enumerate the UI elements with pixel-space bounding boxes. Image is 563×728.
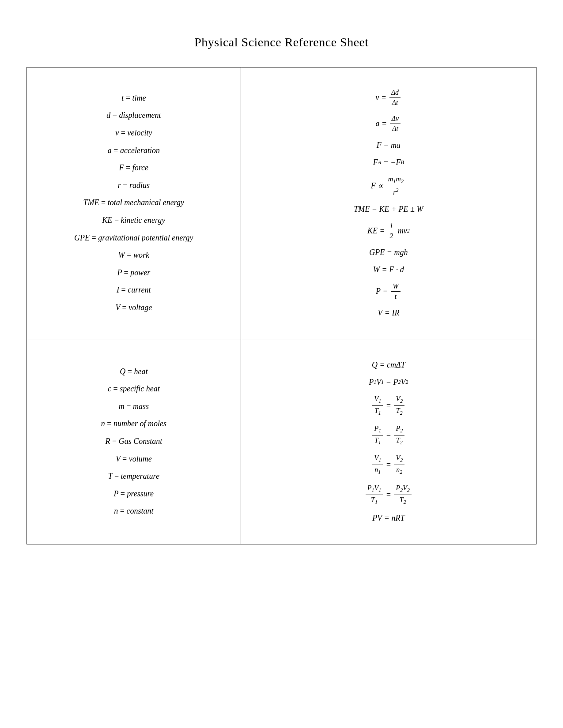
fraction-avog-right: V2 n2 [394,454,404,476]
formula-ohm: V = IR [250,308,527,318]
fraction-velocity: Δd Δt [389,89,401,107]
reference-table: t = time d = displacement v = velocity a… [26,67,537,544]
var-t: t = time [36,90,232,107]
var-f: F = force [36,159,232,177]
section2-row: Q = heat c = specific heat m = mass n = … [27,339,537,544]
formula-tme: TME = KE + PE ± W [250,205,527,214]
var-vol: V = volume [36,450,232,468]
fraction-charles-left: V1 T1 [372,395,383,417]
formula-charles: V1 T1 = V2 T2 [250,395,527,417]
formula-ke: KE = 1 2 mv2 [250,222,527,240]
fraction-gravity: m1m2 r2 [386,175,405,197]
var-gpe: GPE = gravitational potential energy [36,229,232,247]
var-w: W = work [36,247,232,264]
formula-boyle: P1V1 = P2V2 [250,378,527,387]
var-p: P = power [36,264,232,282]
var-pressure: P = pressure [36,485,232,503]
formula-velocity: v = Δd Δt [250,89,527,107]
formula-avogadro: V1 n1 = V2 n2 [250,454,527,476]
formula-heat: Q = cmΔT [250,360,527,370]
fraction-charles-right: V2 T2 [394,395,404,417]
var-i: I = current [36,281,232,299]
formula-gpe: GPE = mgh [250,248,527,257]
section2-formulas: Q = cmΔT P1V1 = P2V2 V1 T1 = V2 T2 [241,339,536,544]
var-r-gas: R = Gas Constant [36,433,232,450]
formula-work: W = F · d [250,265,527,274]
var-q: Q = heat [36,363,232,381]
section1-row: t = time d = displacement v = velocity a… [27,68,537,339]
var-tme: TME = total mechanical energy [36,194,232,212]
formula-power: P = W t [250,282,527,300]
section2-variables: Q = heat c = specific heat m = mass n = … [27,339,241,544]
formula-combined-gas: P1V1 T1 = P2V2 T2 [250,484,527,506]
var-voltage: V = voltage [36,299,232,317]
var-r: r = radius [36,177,232,195]
var-temp: T = temperature [36,468,232,485]
formula-acceleration: a = Δv Δt [250,115,527,133]
formula-ideal-gas: PV = nRT [250,514,527,523]
fraction-gl-right: P2 T2 [394,424,404,446]
section1-variables: t = time d = displacement v = velocity a… [27,68,241,339]
fraction-gl-left: P1 T1 [372,424,383,446]
page-title: Physical Science Reference Sheet [194,35,369,49]
formula-fma: F = ma [250,141,527,150]
var-d: d = displacement [36,107,232,124]
var-v: v = velocity [36,124,232,142]
section2-vars-list: Q = heat c = specific heat m = mass n = … [36,363,232,520]
section1-formulas: v = Δd Δt a = Δv Δt F = ma [241,68,536,339]
section1-vars-list: t = time d = displacement v = velocity a… [36,90,232,317]
var-n-moles: n = number of moles [36,415,232,433]
fraction-comb-right: P2V2 T2 [394,484,412,506]
var-a: a = acceleration [36,142,232,160]
var-m2: m = mass [36,398,232,416]
var-ke: KE = kinetic energy [36,212,232,229]
var-n-const: n = constant [36,503,232,520]
fraction-ke: 1 2 [388,222,395,240]
fraction-avog-left: V1 n1 [372,454,383,476]
formula-newton3: FA = −FB [250,158,527,167]
formula-gay-lussac: P1 T1 = P2 T2 [250,424,527,446]
fraction-acceleration: Δv Δt [390,115,401,133]
fraction-comb-left: P1V1 T1 [366,484,383,506]
formula-gravity-proportional: F ∝ m1m2 r2 [250,175,527,197]
var-c: c = specific heat [36,380,232,398]
fraction-power: W t [391,282,400,300]
